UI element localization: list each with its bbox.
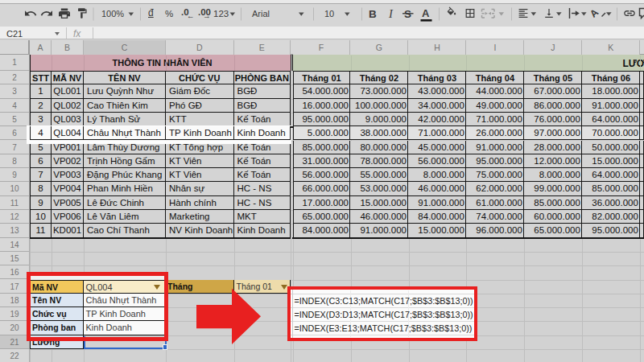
svg-text:A: A <box>588 6 601 19</box>
svg-text:B: B <box>369 8 377 20</box>
svg-text:A: A <box>422 7 430 19</box>
svg-text:I: I <box>388 7 394 20</box>
